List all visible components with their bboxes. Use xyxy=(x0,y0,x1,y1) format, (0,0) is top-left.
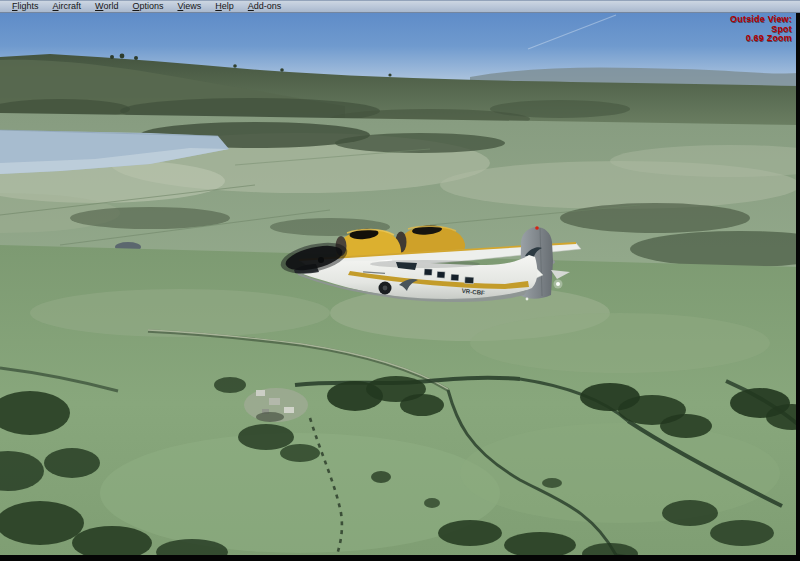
simulation-viewport[interactable]: VR-CBF xyxy=(0,13,800,561)
menu-views[interactable]: Views xyxy=(170,1,208,12)
menu-world[interactable]: World xyxy=(88,1,125,12)
window-edge-right xyxy=(796,13,800,561)
menu-flights[interactable]: Flights xyxy=(5,1,46,12)
view-mode-overlay: Outside View: Spot 0.69 Zoom xyxy=(730,15,792,44)
window-edge-bottom xyxy=(0,555,800,561)
menu-options[interactable]: Options xyxy=(125,1,170,12)
menu-aircraft[interactable]: Aircraft xyxy=(46,1,89,12)
menu-bar: Flights Aircraft World Options Views Hel… xyxy=(0,0,800,13)
simulator-window: Flights Aircraft World Options Views Hel… xyxy=(0,0,800,561)
zoom-level-line: 0.69 Zoom xyxy=(730,34,792,44)
menu-help[interactable]: Help xyxy=(208,1,241,12)
farm-buildings xyxy=(244,388,308,422)
menu-addons[interactable]: Add-ons xyxy=(241,1,289,12)
beacon-light xyxy=(535,226,539,230)
